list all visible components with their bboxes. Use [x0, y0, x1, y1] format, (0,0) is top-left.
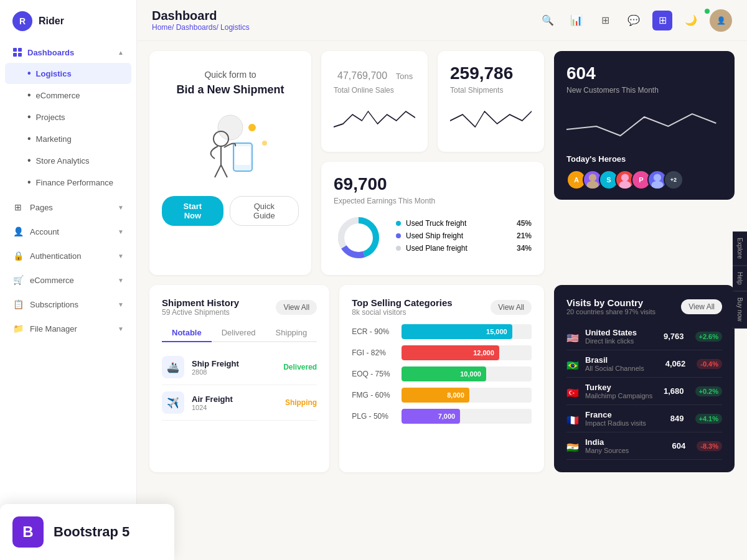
- new-customers-value: 604: [566, 63, 722, 83]
- total-shipments-label: Total Shipments: [450, 86, 532, 95]
- svg-point-9: [262, 141, 267, 146]
- page-title: Dashboard: [152, 9, 250, 23]
- svg-point-8: [248, 124, 256, 131]
- flag-us: 🇺🇸: [566, 332, 579, 341]
- illustration-svg: [181, 109, 280, 184]
- subscriptions-icon: 📋: [12, 299, 24, 310]
- sidebar-item-logistics[interactable]: Logistics: [5, 63, 131, 84]
- svg-rect-1: [18, 48, 22, 52]
- svg-point-21: [654, 174, 661, 181]
- truck-legend: Used Truck freight 45%: [396, 219, 532, 228]
- status-dot: [705, 9, 710, 14]
- grid-icon[interactable]: ⊞: [595, 11, 615, 30]
- dashboards-toggle[interactable]: Dashboards ▲: [0, 42, 136, 62]
- chevron-down-icon-5: ▼: [118, 301, 124, 308]
- top-selling-title: Top Selling Categories: [352, 297, 452, 308]
- visits-by-country-card: Visits by Country 20 countries share 97%…: [554, 285, 735, 472]
- app-logo[interactable]: R Rider: [0, 0, 136, 42]
- earnings-card: 69,700 Expected Earnings This Month: [321, 162, 544, 275]
- flag-brasil: 🇧🇷: [566, 360, 579, 368]
- content-area: Quick form to Bid a New Shipment: [137, 41, 747, 560]
- shipment-history-card: Shipment History 59 Active Shipments Vie…: [149, 285, 329, 472]
- search-icon[interactable]: 🔍: [538, 11, 558, 30]
- shipment-status-2: Shipping: [285, 398, 317, 407]
- plane-legend: Used Plane freight 34%: [396, 244, 532, 253]
- avatar-more: +2: [664, 170, 684, 190]
- visits-view-all[interactable]: View All: [681, 299, 722, 314]
- bar-chart: ECR - 90% 15,000 FGI - 82% 12,000: [352, 324, 532, 424]
- flag-india: 🇮🇳: [566, 442, 579, 450]
- shipment-row-1: 🚢 Ship Freight 2808 Delivered: [162, 350, 317, 385]
- heroes-section: Today's Heroes A S P: [554, 154, 735, 200]
- right-dark-panel: 604 New Customers This Month Today's Her…: [554, 51, 735, 200]
- explore-tab[interactable]: Explore: [733, 231, 747, 266]
- country-list: 🇺🇸 United States Direct link clicks 9,76…: [566, 323, 722, 460]
- total-sales-value: 47,769,700: [337, 70, 387, 81]
- svg-point-17: [589, 174, 596, 181]
- side-tabs: Explore Help Buy now: [733, 231, 747, 329]
- top-selling-view-all[interactable]: View All: [491, 300, 532, 315]
- heroes-title: Today's Heroes: [566, 154, 722, 164]
- chart-icon[interactable]: 📊: [566, 11, 586, 30]
- shipment-history-title: Shipment History: [162, 297, 239, 308]
- sidebar-item-subscriptions[interactable]: 📋 Subscriptions ▼: [0, 292, 136, 316]
- bootstrap-overlay: B Bootstrap 5: [0, 504, 174, 560]
- bar-plg: PLG - 50% 7,000: [352, 409, 532, 424]
- svg-point-20: [619, 181, 631, 190]
- chevron-down-icon: ▼: [118, 204, 124, 211]
- tab-delivered[interactable]: Delivered: [212, 324, 266, 342]
- shipment-icon-2: ✈️: [162, 391, 184, 414]
- sidebar-item-ecommerce[interactable]: eCommerce: [5, 85, 131, 106]
- country-turkey: 🇹🇷 Turkey Mailchimp Campaigns 1,680 +0.2…: [566, 378, 722, 405]
- sidebar-item-store-analytics[interactable]: Store Analytics: [5, 150, 131, 171]
- sidebar-item-ecommerce-top[interactable]: 🛒 eCommerce ▼: [0, 268, 136, 292]
- shipment-view-all[interactable]: View All: [276, 300, 317, 315]
- theme-icon[interactable]: 🌙: [681, 11, 701, 30]
- total-shipments-card: 259,786 Total Shipments: [438, 51, 544, 152]
- svg-rect-7: [235, 146, 250, 165]
- sidebar-item-pages[interactable]: ⊞ Pages ▼: [0, 195, 136, 219]
- chevron-down-icon-2: ▼: [118, 228, 124, 235]
- visits-subtitle: 20 countries share 97% visits: [566, 308, 655, 315]
- help-tab[interactable]: Help: [733, 266, 747, 292]
- svg-point-4: [218, 115, 243, 140]
- bottom-row: Shipment History 59 Active Shipments Vie…: [149, 285, 735, 472]
- apps-icon[interactable]: ⊞: [652, 11, 672, 30]
- sidebar-item-account[interactable]: 👤 Account ▼: [0, 220, 136, 243]
- promo-subtitle: Bid a New Shipment: [162, 83, 299, 96]
- tab-notable[interactable]: Notable: [162, 324, 212, 342]
- header: Dashboard Home/ Dashboards/ Logistics 🔍 …: [137, 0, 747, 41]
- top-selling-subtitle: 8k social visitors: [352, 308, 452, 317]
- bar-fgi: FGI - 82% 12,000: [352, 345, 532, 360]
- bootstrap-icon: B: [12, 516, 44, 548]
- start-now-button[interactable]: Start Now: [162, 196, 223, 226]
- total-sales-label: Total Online Sales: [334, 86, 415, 95]
- app-name: Rider: [39, 16, 64, 27]
- avatar-row: A S P +2: [566, 170, 722, 190]
- promo-card: Quick form to Bid a New Shipment: [149, 51, 311, 275]
- sidebar-item-projects[interactable]: Projects: [5, 106, 131, 128]
- sidebar-item-file-manager[interactable]: 📁 File Manager ▼: [0, 317, 136, 340]
- chevron-down-icon-4: ▼: [118, 277, 124, 284]
- message-icon[interactable]: 💬: [624, 11, 644, 30]
- total-sales-unit: Tons: [396, 72, 413, 81]
- svg-point-22: [651, 181, 663, 190]
- shipments-sparkline: [450, 102, 532, 139]
- shipment-history-subtitle: 59 Active Shipments: [162, 308, 239, 317]
- user-avatar[interactable]: 👤: [710, 9, 732, 32]
- sidebar-item-finance-performance[interactable]: Finance Performance: [5, 172, 131, 193]
- buy-now-tab[interactable]: Buy now: [733, 292, 747, 329]
- total-sales-card: 47,769,700 Tons Total Online Sales: [321, 51, 428, 152]
- quick-guide-button[interactable]: Quick Guide: [230, 196, 299, 226]
- sidebar-item-marketing[interactable]: Marketing: [5, 128, 131, 149]
- tab-shipping[interactable]: Shipping: [266, 324, 317, 342]
- shipment-id-1: 2808: [192, 368, 276, 376]
- logo-icon: R: [12, 11, 32, 31]
- shipment-name-2: Air Freight: [192, 394, 278, 404]
- shipment-icon-1: 🚢: [162, 356, 184, 378]
- sidebar-item-authentication[interactable]: 🔒 Authentication ▼: [0, 244, 136, 268]
- flag-france: 🇫🇷: [566, 414, 579, 423]
- bootstrap-text: Bootstrap 5: [54, 524, 129, 540]
- total-shipments-value: 259,786: [450, 63, 532, 83]
- pages-icon: ⊞: [12, 202, 24, 213]
